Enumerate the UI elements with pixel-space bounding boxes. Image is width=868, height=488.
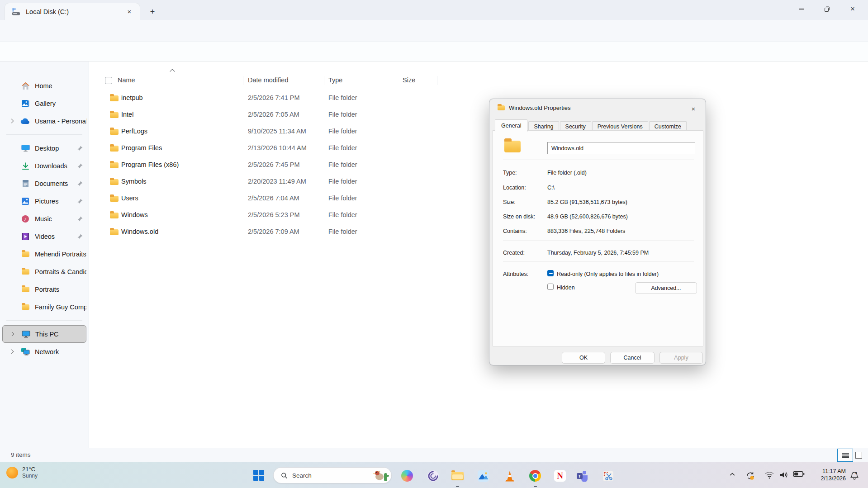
new-tab-button[interactable]: + [146, 5, 159, 18]
folder-name-field[interactable]: Windows.old [547, 142, 695, 154]
file-name: PerfLogs [121, 128, 147, 135]
column-header-name[interactable]: Name [118, 76, 135, 84]
sidebar-separator [6, 134, 82, 135]
close-button[interactable]: × [842, 0, 863, 18]
sidebar-item-family-guy[interactable]: Family Guy Comple [2, 298, 86, 316]
sidebar-item-this-pc[interactable]: This PC [2, 325, 86, 343]
chevron-right-icon[interactable] [9, 119, 14, 123]
chevron-right-icon[interactable] [9, 350, 14, 354]
onedrive-icon [20, 118, 30, 124]
tray-wifi-icon[interactable] [764, 471, 774, 479]
file-row-inetpub[interactable]: inetpub2/5/2026 7:41 PMFile folder [89, 90, 868, 107]
file-rows: inetpub2/5/2026 7:41 PMFile folder Intel… [89, 90, 868, 241]
file-type: File folder [328, 111, 357, 118]
sidebar-item-label: This PC [35, 331, 86, 338]
minimize-button[interactable] [791, 0, 811, 18]
taskbar-chrome-icon[interactable] [528, 469, 542, 483]
taskbar-photos-icon[interactable] [476, 469, 490, 483]
file-name: Intel [121, 111, 133, 118]
sidebar-item-desktop[interactable]: Desktop [2, 139, 86, 157]
ok-button[interactable]: OK [562, 352, 605, 364]
cancel-button[interactable]: Cancel [610, 352, 655, 364]
file-row-windows-old[interactable]: Windows.old2/5/2026 7:09 AMFile folder [89, 224, 868, 241]
file-row-program-files-x86[interactable]: Program Files (x86)2/5/2026 7:45 PMFile … [89, 157, 868, 174]
taskbar-file-explorer-icon[interactable] [451, 469, 464, 483]
dialog-close-button[interactable]: × [687, 103, 700, 114]
sidebar-item-music[interactable]: ♪ Music [2, 210, 86, 227]
column-header-date[interactable]: Date modified [248, 76, 288, 84]
explorer-tab[interactable]: Local Disk (C:) × [5, 3, 140, 20]
sidebar-item-downloads[interactable]: Downloads [2, 157, 86, 175]
pin-icon [77, 199, 83, 204]
item-count: 9 items [11, 451, 31, 458]
hidden-checkbox[interactable] [547, 284, 554, 290]
sidebar-item-videos[interactable]: Videos [2, 227, 86, 245]
sidebar-item-label: Videos [35, 233, 77, 240]
taskbar-copilot-icon[interactable] [400, 469, 414, 483]
file-row-users[interactable]: Users2/5/2026 7:04 AMFile folder [89, 190, 868, 207]
taskbar-netflix-icon[interactable]: N [553, 469, 567, 483]
column-header-size[interactable]: Size [403, 76, 415, 84]
chevron-right-icon[interactable] [10, 332, 14, 336]
sidebar-item-portraits-candids[interactable]: Portraits & Candids [2, 263, 86, 280]
file-row-perflogs[interactable]: PerfLogs9/10/2025 11:34 AMFile folder [89, 123, 868, 140]
titlebar: Local Disk (C:) × + × [0, 0, 868, 20]
folder-icon [110, 146, 119, 152]
tab-general[interactable]: General [495, 119, 527, 132]
file-row-program-files[interactable]: Program Files2/13/2026 10:44 AMFile fold… [89, 140, 868, 157]
created-label: Created: [503, 250, 525, 256]
sun-icon [6, 467, 18, 479]
column-header-type[interactable]: Type [328, 76, 342, 84]
taskbar-teams-icon[interactable]: T [575, 469, 589, 483]
tray-clock[interactable]: 11:17 AM 2/13/2026 [810, 468, 846, 482]
sidebar-item-documents[interactable]: Documents [2, 175, 86, 192]
folder-icon [110, 229, 119, 235]
sidebar-item-mehendi-portraits[interactable]: Mehendi Portraits [2, 245, 86, 263]
file-row-intel[interactable]: Intel2/5/2026 7:05 AMFile folder [89, 107, 868, 123]
sidebar-item-portraits[interactable]: Portraits [2, 280, 86, 298]
start-button[interactable] [253, 470, 265, 482]
file-name: Users [121, 194, 138, 202]
attributes-label: Attributes: [503, 271, 528, 277]
sidebar-item-network[interactable]: Network [2, 343, 86, 360]
taskbar-snipping-tool-icon[interactable] [601, 469, 615, 483]
command-toolbar: + New A ↑↓ Sort View [0, 42, 868, 62]
select-all-checkbox[interactable] [105, 77, 112, 84]
weather-temp: 21°C [22, 466, 38, 473]
folder-icon [110, 162, 119, 168]
sidebar-item-pictures[interactable]: Pictures [2, 192, 86, 210]
tab-close-icon[interactable]: × [123, 6, 135, 18]
svg-text:z: z [855, 471, 857, 474]
tray-chevron-up-icon[interactable] [729, 471, 736, 478]
taskbar-vlc-icon[interactable] [503, 469, 517, 483]
taskbar-search[interactable]: Search [273, 467, 392, 483]
icons-view-toggle[interactable] [855, 452, 862, 459]
file-type: File folder [328, 194, 357, 202]
file-row-symbols[interactable]: Symbols2/20/2023 11:49 AMFile folder [89, 174, 868, 190]
tray-notification-bell-icon[interactable]: z [849, 471, 859, 481]
drive-icon [12, 8, 20, 15]
file-date: 2/5/2026 7:45 PM [248, 161, 299, 168]
file-row-windows[interactable]: Windows2/5/2026 5:23 PMFile folder [89, 207, 868, 224]
file-type: File folder [328, 128, 357, 135]
sidebar-item-gallery[interactable]: Gallery [2, 95, 86, 112]
tray-sync-icon[interactable] [745, 471, 756, 481]
sidebar-item-onedrive[interactable]: Usama - Personal [2, 112, 86, 130]
sidebar-item-label: Usama - Personal [35, 118, 86, 125]
readonly-checkbox[interactable] [547, 270, 554, 276]
weather-widget[interactable]: 21°C Sunny [6, 466, 38, 479]
pictures-icon [20, 197, 30, 205]
file-date: 2/13/2026 10:44 AM [248, 144, 307, 152]
sidebar-item-home[interactable]: Home [2, 77, 86, 95]
tray-volume-icon[interactable] [779, 471, 789, 479]
apply-button[interactable]: Apply [659, 352, 703, 364]
details-view-toggle[interactable] [837, 449, 853, 462]
advanced-button[interactable]: Advanced... [635, 282, 697, 294]
file-type: File folder [328, 178, 357, 185]
videos-icon [20, 232, 30, 241]
file-name: Windows.old [121, 228, 158, 235]
tray-battery-icon[interactable] [793, 471, 805, 477]
svg-text:♪: ♪ [24, 216, 27, 222]
restore-button[interactable] [816, 0, 837, 18]
taskbar-bittorrent-icon[interactable] [426, 469, 440, 483]
